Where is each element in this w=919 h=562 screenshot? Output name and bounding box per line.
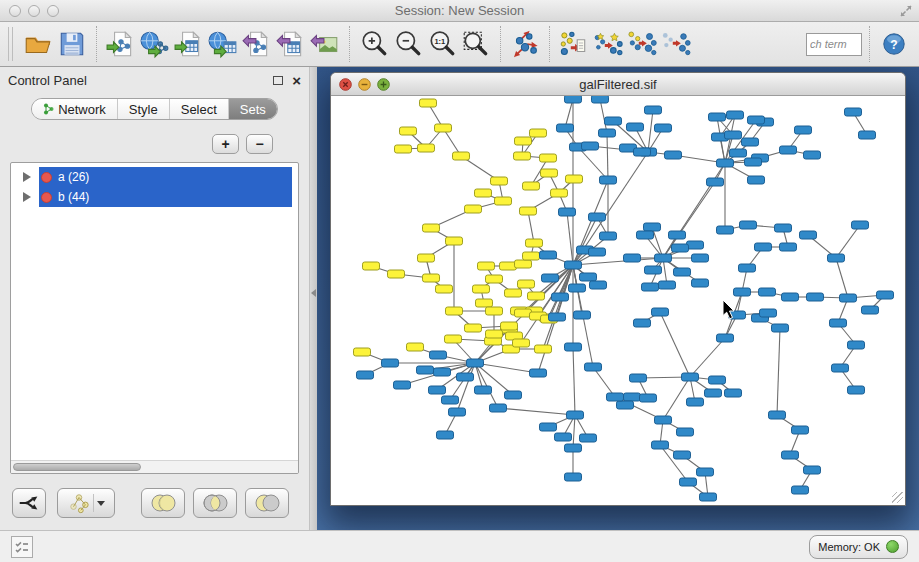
graph-node-blue[interactable] (717, 226, 734, 234)
graph-node-yellow[interactable] (515, 260, 532, 268)
graph-node-yellow[interactable] (418, 254, 435, 262)
graph-node-blue[interactable] (644, 223, 661, 231)
graph-edge[interactable] (457, 363, 475, 412)
graph-edge[interactable] (498, 408, 575, 415)
graph-node-blue[interactable] (687, 398, 704, 406)
graph-node-yellow[interactable] (418, 144, 435, 152)
graph-node-blue[interactable] (740, 221, 757, 229)
graph-node-yellow[interactable] (446, 307, 463, 315)
graph-node-yellow[interactable] (514, 152, 531, 160)
graph-node-blue[interactable] (742, 138, 759, 146)
graph-edge[interactable] (573, 258, 663, 265)
graph-node-blue[interactable] (475, 386, 492, 394)
graph-node-blue[interactable] (804, 151, 821, 159)
graph-node-blue[interactable] (807, 293, 824, 301)
graph-node-blue[interactable] (565, 444, 582, 452)
graph-node-blue[interactable] (717, 334, 734, 342)
graph-node-blue[interactable] (682, 373, 699, 381)
graph-node-yellow[interactable] (523, 252, 540, 260)
graph-node-blue[interactable] (589, 248, 606, 256)
graph-node-yellow[interactable] (423, 224, 440, 232)
graph-node-blue[interactable] (782, 451, 799, 459)
graph-node-blue[interactable] (565, 261, 582, 269)
graph-node-yellow[interactable] (518, 280, 535, 288)
graph-node-blue[interactable] (804, 466, 821, 474)
graph-node-blue[interactable] (417, 366, 434, 374)
graph-node-yellow[interactable] (486, 275, 503, 283)
graph-node-blue[interactable] (600, 232, 617, 240)
graph-node-blue[interactable] (877, 291, 894, 299)
graph-node-blue[interactable] (700, 493, 717, 501)
graph-node-blue[interactable] (845, 108, 862, 116)
graph-node-blue[interactable] (449, 408, 466, 416)
tab-network[interactable]: Network (32, 99, 118, 119)
graph-node-blue[interactable] (677, 428, 694, 436)
graph-node-yellow[interactable] (520, 207, 537, 215)
graph-node-blue[interactable] (692, 279, 709, 287)
graph-node-blue[interactable] (769, 411, 786, 419)
graph-edge[interactable] (663, 377, 690, 420)
graph-node-yellow[interactable] (476, 299, 493, 307)
graph-node-blue[interactable] (709, 113, 726, 121)
graph-node-blue[interactable] (634, 319, 651, 327)
import-network-file-icon[interactable] (104, 27, 138, 61)
graph-node-blue[interactable] (828, 254, 845, 262)
graph-node-blue[interactable] (542, 274, 559, 282)
graph-edge[interactable] (690, 338, 725, 377)
graph-node-blue[interactable] (759, 288, 776, 296)
graph-node-blue[interactable] (640, 394, 657, 402)
graph-node-blue[interactable] (862, 306, 879, 314)
graph-node-yellow[interactable] (420, 99, 437, 107)
graph-node-yellow[interactable] (475, 189, 492, 197)
graph-node-blue[interactable] (848, 341, 865, 349)
graph-node-blue[interactable] (567, 411, 584, 419)
hide-selected-icon[interactable] (557, 27, 591, 61)
graph-node-yellow[interactable] (400, 127, 417, 135)
graph-node-blue[interactable] (580, 273, 597, 281)
graph-node-yellow[interactable] (528, 292, 545, 300)
graph-node-yellow[interactable] (535, 345, 552, 353)
graph-node-blue[interactable] (592, 96, 609, 103)
graph-node-blue[interactable] (382, 359, 399, 367)
graph-edge[interactable] (836, 258, 848, 298)
graph-node-blue[interactable] (674, 451, 691, 459)
graph-node-blue[interactable] (672, 244, 689, 252)
deselect-all-icon[interactable] (659, 27, 693, 61)
open-folder-icon[interactable] (21, 27, 55, 61)
graph-node-yellow[interactable] (505, 289, 522, 297)
graph-node-blue[interactable] (830, 319, 847, 327)
graph-node-blue[interactable] (630, 374, 647, 382)
graph-node-blue[interactable] (617, 401, 634, 409)
graph-node-blue[interactable] (734, 288, 751, 296)
graph-edge[interactable] (660, 312, 690, 377)
select-all-icon[interactable] (625, 27, 659, 61)
graph-node-blue[interactable] (782, 293, 799, 301)
import-table-file-icon[interactable] (172, 27, 206, 61)
graph-node-blue[interactable] (748, 176, 765, 184)
graph-node-blue[interactable] (605, 117, 622, 125)
graph-node-blue[interactable] (792, 486, 809, 494)
network-window[interactable]: galFiltered.sif (330, 72, 906, 506)
graph-node-yellow[interactable] (388, 270, 405, 278)
graph-node-blue[interactable] (540, 251, 557, 259)
graph-edge[interactable] (836, 225, 860, 258)
float-panel-icon[interactable] (273, 76, 283, 85)
graph-node-blue[interactable] (652, 308, 669, 316)
graph-node-blue[interactable] (775, 224, 792, 232)
graph-node-yellow[interactable] (495, 197, 512, 205)
graph-node-yellow[interactable] (526, 239, 543, 247)
graph-node-blue[interactable] (780, 146, 797, 154)
graph-node-blue[interactable] (748, 116, 765, 124)
graph-node-blue[interactable] (565, 96, 582, 103)
graph-node-blue[interactable] (457, 373, 474, 381)
graph-node-blue[interactable] (755, 243, 772, 251)
graph-node-blue[interactable] (434, 368, 451, 376)
graph-node-yellow[interactable] (465, 324, 482, 332)
graph-node-blue[interactable] (655, 416, 672, 424)
split-sets-button[interactable] (12, 488, 46, 518)
select-first-neighbors-icon[interactable] (591, 27, 625, 61)
graph-edge[interactable] (528, 211, 534, 243)
graph-node-blue[interactable] (709, 376, 726, 384)
graph-node-blue[interactable] (669, 231, 686, 239)
graph-node-yellow[interactable] (445, 335, 462, 343)
